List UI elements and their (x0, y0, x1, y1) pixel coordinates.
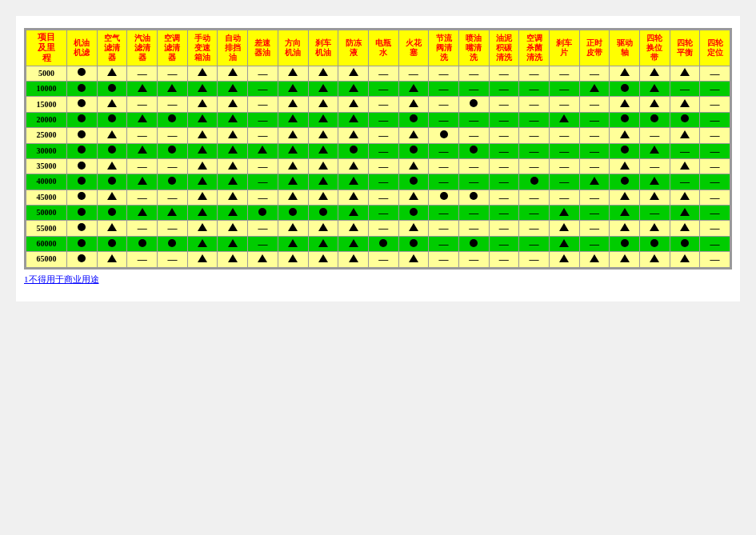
data-cell-empty: — (700, 158, 730, 174)
data-cell: — (489, 190, 519, 205)
data-cell (519, 174, 550, 190)
data-cell (67, 128, 98, 143)
data-cell (308, 190, 338, 205)
data-cell: — (368, 158, 398, 174)
data-cell-empty: — (700, 252, 730, 267)
data-cell (187, 206, 218, 221)
data-cell (187, 158, 218, 174)
data-cell (218, 143, 248, 158)
data-cell-empty: — (700, 236, 730, 251)
data-cell (278, 174, 308, 190)
header-timing-belt: 正时皮带 (579, 30, 610, 66)
mileage-cell: 60000 (26, 236, 67, 251)
data-cell: — (579, 66, 610, 81)
data-cell (97, 112, 127, 127)
mileage-cell: 5000 (26, 66, 67, 81)
data-cell: — (579, 112, 610, 127)
data-cell (218, 206, 248, 221)
data-cell (670, 66, 700, 81)
data-cell: — (127, 97, 158, 112)
data-cell (187, 236, 218, 251)
header-ac-filter: 空调滤清器 (158, 30, 188, 66)
data-cell: — (549, 81, 579, 96)
data-cell: — (127, 128, 158, 143)
data-cell (338, 236, 369, 251)
mileage-cell: 45000 (26, 190, 67, 205)
mileage-cell: 40000 (26, 174, 67, 190)
data-cell-empty: — (700, 206, 730, 221)
data-cell: — (458, 174, 489, 190)
data-cell (398, 158, 429, 174)
data-cell (187, 174, 218, 190)
data-cell (308, 128, 338, 143)
data-cell (639, 252, 670, 267)
data-cell (458, 97, 489, 112)
data-cell (218, 158, 248, 174)
data-cell (308, 66, 338, 81)
data-cell (398, 112, 429, 127)
data-cell: — (458, 221, 489, 236)
data-cell: — (127, 252, 158, 267)
data-cell: — (489, 236, 519, 251)
data-cell (610, 206, 640, 221)
data-cell (278, 97, 308, 112)
data-cell (338, 252, 369, 267)
data-cell (338, 174, 369, 190)
data-cell-empty: — (700, 66, 730, 81)
mileage-cell: 65000 (26, 252, 67, 267)
header-steering-oil: 方向机油 (278, 30, 308, 66)
data-cell (158, 206, 188, 221)
data-cell (639, 143, 670, 158)
data-cell (278, 143, 308, 158)
data-cell (97, 252, 127, 267)
data-cell (610, 221, 640, 236)
data-cell (338, 221, 369, 236)
data-cell (639, 97, 670, 112)
table-row: 25000——————————— (26, 128, 730, 143)
data-cell: — (579, 158, 610, 174)
data-cell (97, 81, 127, 96)
data-cell (308, 97, 338, 112)
data-cell (398, 174, 429, 190)
data-cell (97, 128, 127, 143)
data-cell: — (458, 158, 489, 174)
data-cell: — (429, 81, 459, 96)
data-cell: — (368, 206, 398, 221)
data-cell (308, 236, 338, 251)
header-carbon-clean: 油泥积碳清洗 (489, 30, 519, 66)
data-cell (308, 112, 338, 127)
data-cell (97, 143, 127, 158)
data-cell: — (579, 128, 610, 143)
data-cell: — (519, 252, 550, 267)
data-cell: — (127, 190, 158, 205)
data-cell (187, 128, 218, 143)
data-cell (278, 66, 308, 81)
data-cell (218, 236, 248, 251)
data-cell (218, 221, 248, 236)
data-cell: — (519, 236, 550, 251)
data-cell (187, 221, 218, 236)
data-cell (338, 97, 369, 112)
data-cell (218, 128, 248, 143)
header-tire-rotate: 四轮换位带 (639, 30, 670, 66)
data-cell (308, 206, 338, 221)
header-fuel-filter: 汽油滤清器 (127, 30, 158, 66)
data-cell: — (458, 81, 489, 96)
data-cell (338, 66, 369, 81)
data-cell (67, 143, 98, 158)
data-cell (610, 190, 640, 205)
data-cell (67, 236, 98, 251)
data-cell (338, 190, 369, 205)
data-cell (670, 190, 700, 205)
header-wheel-align: 四轮定位 (700, 30, 730, 66)
data-cell (187, 143, 218, 158)
data-cell (398, 206, 429, 221)
header-battery-water: 电瓶水 (368, 30, 398, 66)
data-cell: — (429, 221, 459, 236)
header-tire-balance: 四轮平衡 (670, 30, 700, 66)
data-cell (398, 221, 429, 236)
data-cell (670, 112, 700, 127)
data-cell-empty: — (700, 128, 730, 143)
data-cell (127, 112, 158, 127)
data-cell-empty: — (700, 221, 730, 236)
